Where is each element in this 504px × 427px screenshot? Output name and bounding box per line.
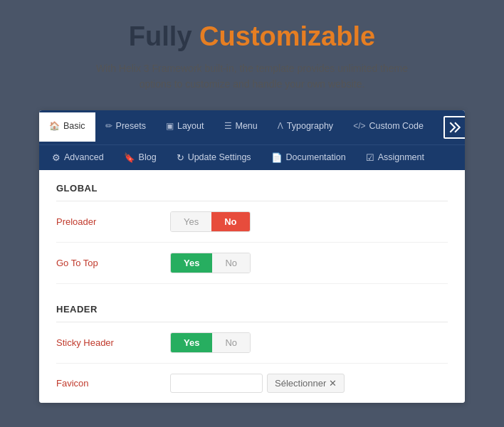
preloader-label: Preloader [56,216,170,227]
typography-icon: Λ [278,121,283,131]
sticky-header-label: Sticky Header [56,337,170,348]
nav-top: 🏠 Basic ✏ Presets ▣ Layout ☰ Menu Λ Typo… [39,110,465,144]
header-section: HEADER Sticky Header Yes No Favicon Séle… [39,291,465,403]
favicon-select-label: Sélectionner [275,378,326,389]
hero-title-highlight: Customizable [199,21,375,51]
preloader-row: Preloader Yes No [56,201,448,243]
tab-advanced[interactable]: ⚙ Advanced [42,145,114,170]
preloader-no-button[interactable]: No [211,212,249,231]
helix-logo-icon [443,116,465,139]
main-panel: 🏠 Basic ✏ Presets ▣ Layout ☰ Menu Λ Typo… [39,110,465,403]
check-icon: ☑ [366,152,374,163]
chevron-down-icon: ✕ [329,378,337,389]
hero-section: Fully Customizable With Helix 3 Framewor… [0,0,504,110]
monitor-icon: ▣ [166,121,174,131]
sticky-header-no-button[interactable]: No [212,333,250,352]
pencil-icon: ✏ [105,121,112,131]
helix-logo: HELIX3 FRAMEWORK [434,110,465,144]
hero-title: Fully Customizable [14,21,490,52]
tab-typography[interactable]: Λ Typography [268,112,343,142]
content-area: GLOBAL Preloader Yes No Go To Top Yes No… [39,170,465,403]
global-section: GLOBAL Preloader Yes No Go To Top Yes No [39,170,465,284]
tab-update-settings[interactable]: ↻ Update Settings [167,145,261,170]
preloader-toggle: Yes No [170,211,251,232]
home-icon: 🏠 [49,121,60,131]
tab-assignment[interactable]: ☑ Assignment [356,145,434,170]
header-section-title: HEADER [56,304,448,322]
go-to-top-toggle: Yes No [170,253,251,273]
nav-bottom: ⚙ Advanced 🔖 Blog ↻ Update Settings 📄 Do… [39,144,465,170]
sticky-header-row: Sticky Header Yes No [56,322,448,364]
hero-subtitle: With Helix 3 Framework built-in, the tem… [81,60,423,93]
tab-blog[interactable]: 🔖 Blog [114,145,167,170]
bookmark-icon: 🔖 [124,152,135,163]
global-section-title: GLOBAL [56,183,448,201]
sticky-header-toggle: Yes No [170,332,251,353]
go-to-top-row: Go To Top Yes No [56,243,448,284]
nav-top-items: 🏠 Basic ✏ Presets ▣ Layout ☰ Menu Λ Typo… [39,112,434,142]
doc-icon: 📄 [271,152,283,163]
tab-custom-code[interactable]: </> Custom Code [343,112,434,142]
gear-icon: ⚙ [52,152,61,163]
favicon-select-button[interactable]: Sélectionner ✕ [267,374,345,393]
tab-layout[interactable]: ▣ Layout [156,112,214,142]
preloader-yes-button[interactable]: Yes [171,212,211,231]
favicon-row: Favicon Sélectionner ✕ [56,364,448,403]
code-icon: </> [353,121,365,131]
tab-presets[interactable]: ✏ Presets [95,112,156,142]
hero-title-normal: Fully [129,21,192,51]
tab-basic[interactable]: 🏠 Basic [39,112,95,142]
sticky-header-yes-button[interactable]: Yes [171,333,212,352]
go-to-top-yes-button[interactable]: Yes [171,253,212,273]
favicon-input[interactable] [170,374,263,393]
go-to-top-label: Go To Top [56,258,170,268]
tab-menu[interactable]: ☰ Menu [214,112,268,142]
favicon-label: Favicon [56,378,170,389]
menu-icon: ☰ [224,121,232,131]
tab-documentation[interactable]: 📄 Documentation [261,145,356,170]
go-to-top-no-button[interactable]: No [212,253,250,273]
refresh-icon: ↻ [177,152,184,163]
